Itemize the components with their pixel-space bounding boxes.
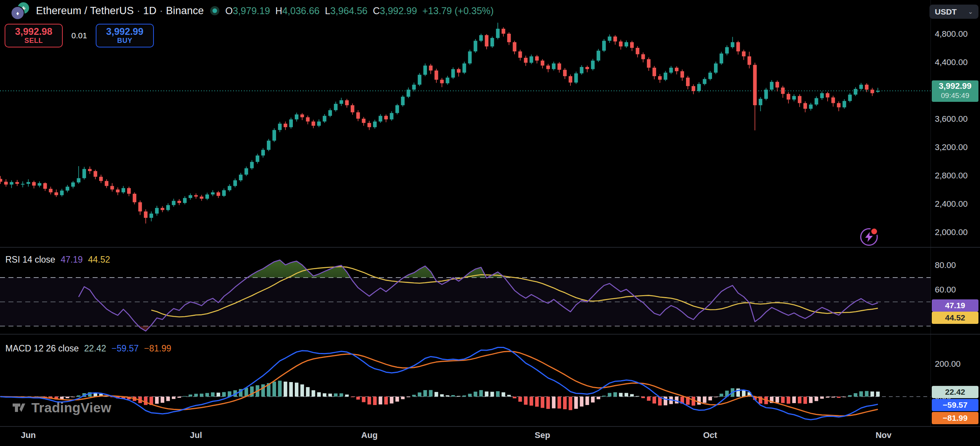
symbol-title[interactable]: Ethereum / TetherUS · 1D · Binance — [36, 5, 204, 17]
month-label: Nov — [875, 430, 892, 440]
macd-line-value: −59.57 — [111, 343, 139, 354]
rsi-scale-label: 60.00 — [935, 285, 956, 294]
price-scale-label: 2,400.00 — [935, 199, 968, 209]
price-chart[interactable] — [0, 0, 980, 446]
spread-value: 0.01 — [63, 31, 96, 40]
market-status-icon[interactable] — [210, 6, 219, 15]
rsi-tag: 47.19 — [932, 299, 978, 312]
tradingview-chart-window: ◈ ♦ Ethereum / TetherUS · 1D · Binance O… — [0, 0, 980, 446]
price-scale-label: 3,200.00 — [935, 143, 968, 152]
macd-hist-tag: 22.42 — [932, 386, 978, 398]
symbol-header: ◈ ♦ Ethereum / TetherUS · 1D · Binance O… — [10, 2, 494, 19]
macd-scale-label: 200.00 — [935, 359, 960, 369]
rsi-ma-tag: 44.52 — [932, 312, 978, 324]
macd-signal-tag: −81.99 — [932, 412, 978, 424]
rsi-value: 47.19 — [60, 255, 83, 265]
flash-actions-button[interactable] — [860, 228, 878, 246]
tradingview-logo[interactable]: TradingView — [11, 400, 111, 416]
month-label: Jul — [190, 430, 202, 440]
month-label: Aug — [361, 430, 378, 440]
order-panel: 3,992.98 SELL 0.01 3,992.99 BUY — [5, 24, 154, 47]
last-price-tag: 3,992.99 09:45:49 — [932, 80, 978, 102]
ethereum-icon: ♦ — [11, 6, 24, 20]
macd-signal-value: −81.99 — [144, 343, 171, 354]
month-label: Oct — [703, 430, 717, 440]
rsi-ma-value: 44.52 — [88, 255, 110, 265]
price-scale-label: 4,400.00 — [935, 58, 968, 67]
symbol-pair-icon: ◈ ♦ — [10, 2, 30, 19]
ohlc-values: O3,979.19 H4,036.66 L3,964.56 C3,992.99 … — [225, 5, 494, 16]
change-value: +13.79 (+0.35%) — [422, 5, 493, 16]
macd-hist-value: 22.42 — [84, 343, 106, 354]
macd-pane-label: MACD 12 26 close 22.42 −59.57 −81.99 — [5, 343, 171, 354]
rsi-scale-label: 80.00 — [935, 261, 956, 270]
bar-countdown: 09:45:49 — [932, 91, 978, 100]
buy-button[interactable]: 3,992.99 BUY — [96, 24, 154, 47]
price-scale-label: 4,800.00 — [935, 29, 968, 39]
notification-dot — [870, 227, 879, 236]
tradingview-glyph-icon — [11, 400, 28, 416]
price-scale-label: 3,600.00 — [935, 114, 968, 124]
currency-selector[interactable]: USDT ⌄ — [929, 5, 978, 19]
rsi-pane-label: RSI 14 close 47.19 44.52 — [5, 255, 110, 265]
price-scale-label: 2,800.00 — [935, 171, 968, 180]
chevron-down-icon: ⌄ — [968, 8, 973, 15]
month-label: Sep — [535, 430, 550, 440]
price-scale-label: 2,000.00 — [935, 228, 968, 237]
month-label: Jun — [21, 430, 36, 440]
macd-line-tag: −59.57 — [932, 399, 978, 411]
sell-button[interactable]: 3,992.98 SELL — [5, 24, 63, 47]
